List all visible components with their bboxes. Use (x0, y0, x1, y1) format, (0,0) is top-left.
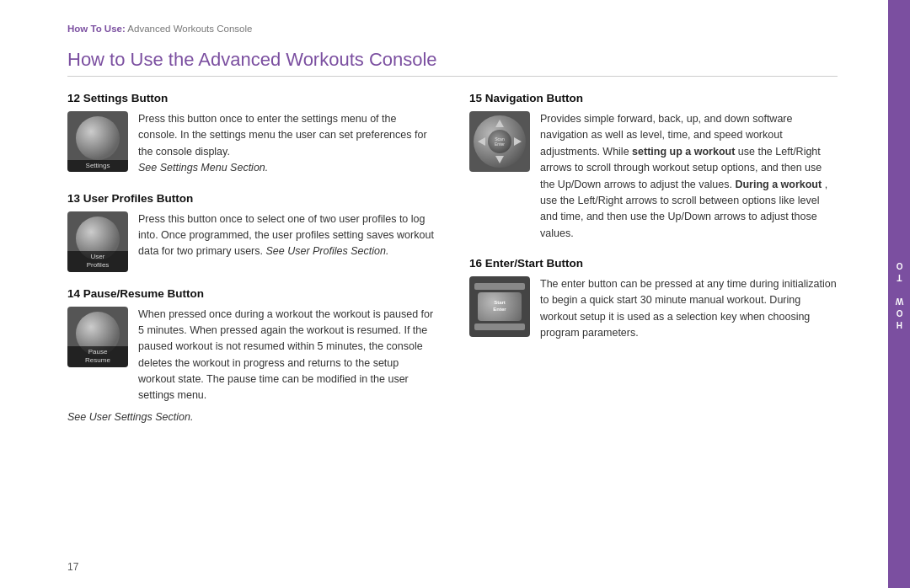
section-user-profiles-title: 13 User Profiles Button (67, 192, 436, 205)
settings-circle (76, 116, 120, 160)
enter-top-bar (474, 283, 525, 290)
start-button-label: Start Enter (493, 300, 506, 313)
settings-text: Press this button once to enter the sett… (138, 111, 436, 177)
breadcrumb-rest: Advanced Workouts Console (127, 24, 252, 34)
enter-bottom-bar (474, 323, 525, 330)
section-settings-title: 12 Settings Button (67, 92, 436, 104)
section-user-profiles-body: User Profiles Press this button once to … (67, 211, 436, 272)
settings-label: Settings (67, 160, 128, 172)
breadcrumb-how-to-use: How To Use: (67, 24, 126, 34)
settings-text2: See Settings Menu Section. (138, 162, 268, 174)
section-navigation-body: Scan Enter Provides simple forward, back… (469, 111, 838, 242)
section-settings-body: Settings Press this button once to enter… (67, 111, 436, 177)
content-columns: 12 Settings Button Settings Press this b… (67, 92, 838, 441)
breadcrumb: How To Use: Advanced Workouts Console (67, 24, 838, 34)
navigation-text: Provides simple forward, back, up, and d… (540, 111, 838, 242)
pause-resume-text-inline: When pressed once during a workout the w… (138, 307, 436, 404)
side-tab-text: HOW TO (895, 259, 904, 329)
section-pause-resume: 14 Pause/Resume Button Pause Resume When… (67, 287, 436, 426)
user-profiles-text: Press this button once to select one of … (138, 211, 436, 260)
svg-marker-0 (495, 120, 504, 127)
section-settings: 12 Settings Button Settings Press this b… (67, 92, 436, 177)
section-pause-resume-title: 14 Pause/Resume Button (67, 287, 436, 300)
user-profiles-button-image: User Profiles (67, 211, 128, 272)
nav-arrows-svg (474, 115, 526, 168)
settings-text1: Press this button once to enter the sett… (138, 113, 427, 158)
enter-start-text: The enter button can be pressed at any t… (540, 276, 838, 342)
svg-marker-2 (478, 137, 485, 146)
svg-marker-3 (514, 137, 522, 146)
enter-start-button-image: Start Enter (469, 276, 530, 337)
section-navigation-title: 15 Navigation Button (469, 92, 838, 104)
navigation-button-image: Scan Enter (469, 111, 530, 172)
nav-ring-outer: Scan Enter (474, 115, 526, 168)
side-tab: HOW TO (888, 0, 910, 588)
svg-marker-1 (495, 156, 504, 163)
section-navigation: 15 Navigation Button (469, 92, 838, 242)
user-profiles-label: User Profiles (67, 251, 128, 272)
section-enter-start-title: 16 Enter/Start Button (469, 257, 838, 270)
section-enter-start-body: Start Enter The enter button can be pres… (469, 276, 838, 342)
start-button-circle: Start Enter (478, 292, 522, 321)
page-number: 17 (67, 561, 78, 573)
main-content: How To Use: Advanced Workouts Console Ho… (0, 0, 888, 588)
pause-resume-text-full: See User Settings Section. (67, 409, 436, 425)
page-title: How to Use the Advanced Workouts Console (67, 49, 838, 77)
section-enter-start: 16 Enter/Start Button Start Enter (469, 257, 838, 342)
settings-button-image: Settings (67, 111, 128, 172)
section-user-profiles: 13 User Profiles Button User Profiles Pr… (67, 192, 436, 272)
section-pause-resume-body: Pause Resume When pressed once during a … (67, 307, 436, 404)
page-container: How To Use: Advanced Workouts Console Ho… (0, 0, 910, 588)
pause-resume-label: Pause Resume (67, 346, 128, 367)
col-right: 15 Navigation Button (469, 92, 838, 441)
pause-resume-button-image: Pause Resume (67, 307, 128, 367)
col-left: 12 Settings Button Settings Press this b… (67, 92, 436, 441)
